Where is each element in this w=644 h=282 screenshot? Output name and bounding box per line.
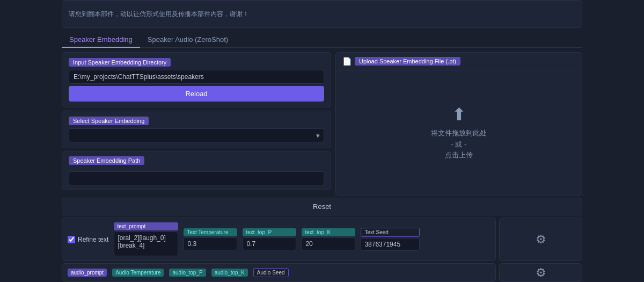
drop-text-line1: 将文件拖放到此处 bbox=[431, 128, 487, 139]
text-top-p-input[interactable] bbox=[243, 237, 296, 250]
audio-top-p-group: audio_top_P bbox=[169, 269, 206, 277]
audio-prompt-group: audio_prompt bbox=[68, 269, 107, 277]
text-seed-label: Text Seed bbox=[361, 228, 420, 237]
right-panel: 📄 Upload Speaker Embedding File (.pt) ⬆ … bbox=[335, 52, 582, 196]
upload-header-label: Upload Speaker Embedding File (.pt) bbox=[355, 57, 460, 66]
text-temperature-group: Text Temperature bbox=[184, 228, 237, 250]
audio-top-k-label: audio_top_K bbox=[211, 269, 248, 277]
text-top-p-group: text_top_P bbox=[243, 228, 296, 250]
audio-temperature-group: Audio Temperature bbox=[112, 269, 164, 277]
upload-file-icon: 📄 bbox=[342, 57, 352, 66]
select-wrapper: ▾ bbox=[69, 128, 324, 142]
select-section: Select Speaker Embedding ▾ bbox=[62, 111, 331, 148]
directory-input[interactable] bbox=[69, 70, 324, 84]
upload-icon: ⬆ bbox=[452, 104, 466, 125]
settings-icon-2: ⚙ bbox=[536, 266, 546, 280]
main-content: Input Speaker Embedding Directory Reload… bbox=[62, 52, 582, 196]
reset-button[interactable]: Reset bbox=[62, 198, 582, 215]
upload-drop-zone[interactable]: ⬆ 将文件拖放到此处 - 或 - 点击上传 bbox=[336, 70, 582, 195]
text-top-p-label: text_top_P bbox=[243, 228, 296, 236]
notice-text: 请您到翻本部件，动以让仿形式使用及传播本部件内容，谢谢！ bbox=[69, 10, 249, 19]
embedding-path-label: Speaker Embedding Path bbox=[69, 156, 144, 165]
directory-label: Input Speaker Embedding Directory bbox=[69, 58, 171, 67]
select-label: Select Speaker Embedding bbox=[69, 117, 149, 125]
text-prompt-group: text_prompt [oral_2][laugh_0][break_4] bbox=[114, 222, 178, 256]
text-temperature-label: Text Temperature bbox=[184, 228, 237, 236]
text-seed-group: Text Seed bbox=[361, 228, 420, 251]
refine-checkbox-label: Refine text bbox=[78, 236, 108, 243]
left-panel: Input Speaker Embedding Directory Reload… bbox=[62, 52, 331, 196]
reset-bar: Reset bbox=[62, 198, 582, 215]
drop-text-line3: 点击上传 bbox=[431, 150, 487, 161]
embedding-path-section: Speaker Embedding Path bbox=[62, 151, 331, 190]
audio-temperature-label: Audio Temperature bbox=[112, 269, 164, 277]
audio-prompt-label: audio_prompt bbox=[68, 269, 107, 277]
text-prompt-label: text_prompt bbox=[114, 222, 178, 230]
text-top-k-input[interactable] bbox=[302, 237, 355, 250]
text-temperature-input[interactable] bbox=[184, 237, 237, 250]
reload-button[interactable]: Reload bbox=[69, 86, 324, 102]
text-top-k-group: text_top_K bbox=[302, 228, 355, 250]
tab-speaker-embedding[interactable]: Speaker Embedding bbox=[62, 32, 140, 48]
audio-seed-group: Audio Seed bbox=[253, 268, 289, 277]
audio-top-k-group: audio_top_K bbox=[211, 269, 248, 277]
text-seed-input[interactable] bbox=[361, 238, 420, 251]
embedding-path-input[interactable] bbox=[69, 171, 324, 185]
refine-checkbox[interactable] bbox=[68, 236, 75, 243]
text-prompt-input[interactable]: [oral_2][laugh_0][break_4] bbox=[114, 232, 178, 256]
tabs-row: Speaker Embedding Speaker Audio (ZeroSho… bbox=[62, 28, 582, 48]
audio-section: audio_prompt Audio Temperature audio_top… bbox=[62, 263, 496, 282]
bottom-right-panel-top: ⚙ bbox=[499, 218, 582, 261]
upload-card[interactable]: 📄 Upload Speaker Embedding File (.pt) ⬆ … bbox=[335, 52, 582, 196]
bottom-right-panel-bottom: ⚙ bbox=[499, 263, 582, 282]
tab-speaker-audio[interactable]: Speaker Audio (ZeroShot) bbox=[140, 32, 236, 48]
text-top-k-label: text_top_K bbox=[302, 228, 355, 236]
drop-text-line2: - 或 - bbox=[431, 139, 487, 150]
speaker-embedding-select[interactable] bbox=[69, 128, 324, 142]
audio-seed-label: Audio Seed bbox=[253, 268, 289, 277]
settings-icon: ⚙ bbox=[536, 233, 546, 247]
refine-section: Refine text text_prompt [oral_2][laugh_0… bbox=[62, 218, 496, 261]
refine-checkbox-wrapper: Refine text bbox=[68, 236, 108, 243]
audio-top-p-label: audio_top_P bbox=[169, 269, 206, 277]
upload-header: 📄 Upload Speaker Embedding File (.pt) bbox=[336, 53, 582, 70]
directory-section: Input Speaker Embedding Directory Reload bbox=[62, 52, 331, 107]
notice-bar: 请您到翻本部件，动以让仿形式使用及传播本部件内容，谢谢！ bbox=[62, 0, 582, 28]
